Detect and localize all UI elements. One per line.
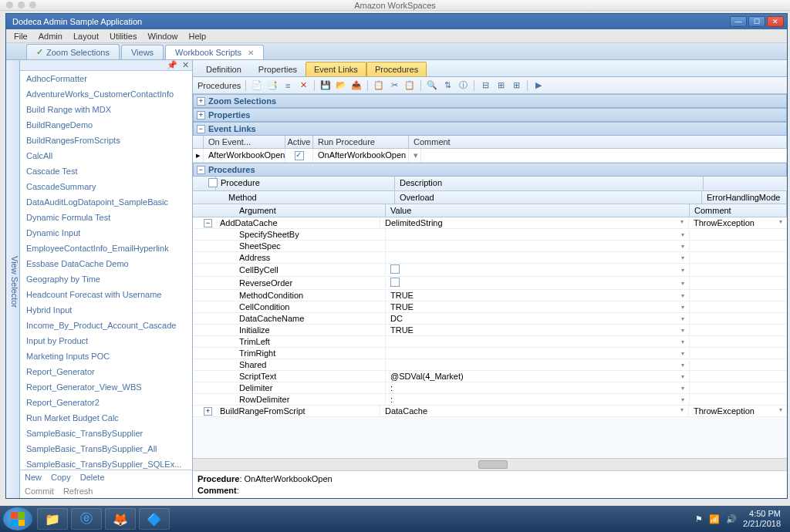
horizontal-scrollbar[interactable] — [193, 458, 787, 470]
collapse-toggle-icon[interactable]: − — [197, 166, 205, 174]
tray-volume-icon[interactable]: 🔊 — [726, 514, 737, 524]
subtab-properties[interactable]: Properties — [250, 62, 306, 76]
col-method[interactable]: Method — [224, 191, 395, 204]
argument-row[interactable]: MethodConditionTRUE▾ — [193, 290, 787, 301]
tab-zoom-selections[interactable]: ✓Zoom Selections — [26, 44, 120, 59]
tab-views[interactable]: Views — [121, 45, 164, 59]
mac-close-dot[interactable] — [6, 2, 13, 8]
script-list-item[interactable]: Dynamic Input — [20, 225, 192, 241]
event-comment-cell[interactable] — [421, 149, 787, 162]
argument-row[interactable]: Delimiter:▾ — [193, 382, 787, 394]
argument-value-cell[interactable]: ▾ — [386, 264, 690, 276]
col-active[interactable]: Active — [285, 136, 313, 148]
script-list-item[interactable]: Report_Generator_View_WBS — [20, 379, 192, 395]
tray-flag-icon[interactable]: ⚑ — [695, 514, 703, 524]
dropdown-icon[interactable]: ▾ — [681, 373, 684, 380]
argument-row[interactable]: CellByCell▾ — [193, 264, 787, 277]
maximize-button[interactable]: ☐ — [748, 16, 765, 27]
mac-window-controls[interactable] — [6, 2, 36, 8]
script-list-item[interactable]: BuildRangesFromScripts — [20, 133, 192, 148]
procedure-row[interactable]: +BuildRangeFromScriptDataCache▾ThrowExce… — [193, 406, 787, 417]
dropdown-icon[interactable]: ▾ — [681, 362, 684, 369]
collapse-toggle-icon[interactable]: − — [204, 219, 212, 227]
taskbar-app[interactable]: 🔷 — [139, 508, 170, 530]
col-on-event[interactable]: On Event... — [204, 136, 285, 148]
argument-comment-cell[interactable] — [690, 234, 787, 235]
delete-button[interactable]: Delete — [80, 473, 105, 482]
argument-row[interactable]: SpecifySheetBy▾ — [193, 229, 787, 241]
argument-comment-cell[interactable] — [690, 352, 787, 354]
argument-comment-cell[interactable] — [690, 257, 787, 258]
argument-row[interactable]: ScriptText@SDVal(4_Market)▾ — [193, 371, 787, 382]
event-proc-cell[interactable]: OnAfterWorkbookOpen — [313, 149, 409, 162]
script-list-item[interactable]: Essbase DataCache Demo — [20, 256, 192, 271]
menu-utilities[interactable]: Utilities — [105, 30, 141, 42]
argument-comment-cell[interactable] — [690, 399, 787, 400]
col-description[interactable]: Description — [395, 177, 704, 190]
run-icon[interactable]: ▶ — [532, 79, 545, 92]
method-name-cell[interactable]: BuildRangeFromScript — [215, 406, 380, 416]
dropdown-icon[interactable]: ▾ — [779, 406, 782, 416]
dropdown-icon[interactable]: ▾ — [681, 254, 684, 261]
argument-value-cell[interactable]: :▾ — [386, 382, 690, 393]
method-name-cell[interactable]: AddDataCache — [215, 217, 380, 228]
checkbox-icon[interactable] — [390, 264, 400, 274]
argument-row[interactable]: DataCacheNameDC▾ — [193, 313, 787, 325]
event-active-cell[interactable] — [285, 149, 313, 162]
argument-value-cell[interactable]: DC▾ — [386, 313, 690, 324]
dropdown-icon[interactable]: ▾ — [681, 304, 684, 311]
script-list-item[interactable]: SampleBasic_TransBySupplier — [20, 426, 192, 441]
menu-help[interactable]: Help — [184, 30, 211, 42]
view-selector-handle[interactable]: View Selector — [6, 60, 20, 498]
col-comment[interactable]: Comment — [409, 136, 787, 148]
start-button[interactable] — [3, 507, 32, 530]
argument-comment-cell[interactable] — [690, 387, 787, 389]
commit-button[interactable]: Commit — [25, 487, 54, 496]
error-mode-cell[interactable]: ThrowException▾ — [689, 406, 787, 416]
script-list-item[interactable]: Hybrid Input — [20, 302, 192, 318]
argument-row[interactable]: RowDelimiter:▾ — [193, 394, 787, 406]
taskbar-ie[interactable]: ⓔ — [71, 508, 102, 530]
section-procedures[interactable]: − Procedures — [193, 163, 787, 177]
argument-comment-cell[interactable] — [690, 245, 787, 247]
dropdown-icon[interactable]: ▾ — [681, 327, 684, 334]
argument-value-cell[interactable]: ▾ — [386, 242, 690, 251]
argument-row[interactable]: TrimLeft▾ — [193, 336, 787, 348]
paste-icon[interactable]: 📋 — [403, 79, 416, 92]
checkbox-checked-icon[interactable] — [295, 151, 304, 160]
argument-comment-cell[interactable] — [690, 329, 787, 331]
script-list-item[interactable]: Headcount Forecast with Username — [20, 287, 192, 302]
save-icon[interactable]: 💾 — [319, 79, 332, 92]
script-list-item[interactable]: Report_Generator2 — [20, 395, 192, 410]
dropdown-icon[interactable]: ▾ — [680, 218, 684, 227]
dropdown-icon[interactable]: ▾ — [681, 396, 684, 403]
sort-icon[interactable]: ⇅ — [441, 79, 454, 92]
script-list-item[interactable]: Cascade Test — [20, 163, 192, 179]
script-list[interactable]: AdhocFormatterAdventureWorks_CustomerCon… — [20, 71, 192, 470]
tab-workbook-scripts[interactable]: Workbook Scripts✕ — [165, 45, 264, 59]
refresh-button[interactable]: Refresh — [63, 487, 93, 496]
argument-row[interactable]: TrimRight▾ — [193, 348, 787, 359]
event-name-cell[interactable]: AfterWorkbookOpen — [204, 149, 285, 162]
argument-row[interactable]: SheetSpec▾ — [193, 241, 787, 252]
script-list-item[interactable]: EmployeeContactInfo_EmailHyperlink — [20, 241, 192, 256]
menu-layout[interactable]: Layout — [69, 30, 103, 42]
export-icon[interactable]: 📤 — [350, 79, 363, 92]
overload-cell[interactable]: DelimitedString▾ — [380, 217, 689, 228]
dropdown-icon[interactable]: ▾ — [681, 243, 684, 250]
close-tab-icon[interactable]: ✕ — [248, 49, 254, 57]
script-list-item[interactable]: CascadeSummary — [20, 179, 192, 194]
script-list-item[interactable]: Geography by Time — [20, 271, 192, 287]
mac-minimize-dot[interactable] — [18, 2, 25, 8]
dropdown-icon[interactable]: ▾ — [681, 267, 684, 274]
procedure-row[interactable]: −AddDataCacheDelimitedString▾ThrowExcept… — [193, 217, 787, 229]
dropdown-icon[interactable]: ▾ — [779, 218, 782, 227]
overload-cell[interactable]: DataCache▾ — [380, 406, 689, 416]
close-button[interactable]: ✕ — [767, 16, 784, 27]
tray-network-icon[interactable]: 📶 — [709, 514, 720, 524]
script-list-item[interactable]: Income_By_Product_Account_Cascade — [20, 318, 192, 333]
dropdown-icon[interactable]: ▾ — [681, 280, 684, 287]
info-icon[interactable]: ⓘ — [457, 79, 469, 92]
argument-comment-cell[interactable] — [690, 269, 787, 271]
menu-admin[interactable]: Admin — [34, 30, 67, 42]
